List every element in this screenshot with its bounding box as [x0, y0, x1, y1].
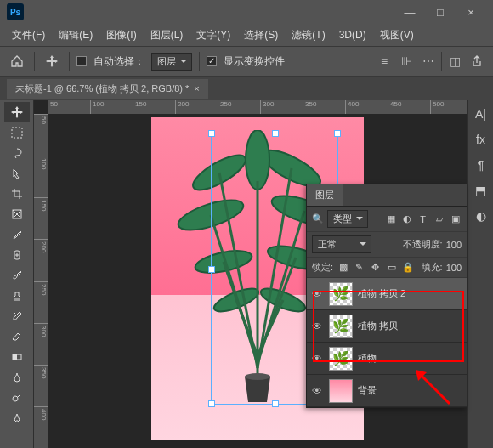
more-icon[interactable]: ⋯ [419, 52, 438, 71]
layer-thumb[interactable]: 🌿 [329, 315, 353, 338]
pen-tool[interactable] [4, 408, 30, 428]
show-transform-label: 显示变换控件 [224, 54, 285, 69]
ruler-vertical[interactable]: 50100150200250300350400 [34, 114, 48, 448]
frame-tool[interactable] [4, 204, 30, 224]
filter-type-select[interactable]: 类型 [327, 210, 368, 228]
separator [34, 52, 35, 71]
visibility-icon[interactable]: 👁 [312, 288, 324, 300]
show-transform-checkbox[interactable] [207, 56, 217, 66]
separator [441, 52, 442, 71]
document-title: 未标题-1 @ 66.7% (植物 拷贝 2, RGB/8) * [15, 82, 189, 95]
minimize-button[interactable]: — [394, 0, 425, 24]
separator [69, 52, 70, 71]
dodge-tool[interactable] [4, 388, 30, 408]
eyedropper-tool[interactable] [4, 224, 30, 245]
lock-paint-icon[interactable]: ✎ [353, 262, 366, 274]
fill-value[interactable]: 100 [446, 263, 462, 273]
layer-name[interactable]: 背景 [358, 384, 377, 397]
filter-smart-icon[interactable]: ▣ [449, 213, 462, 225]
autoselect-checkbox[interactable] [76, 56, 87, 66]
lock-all-icon[interactable]: 🔒 [401, 262, 414, 274]
document-tab[interactable]: 未标题-1 @ 66.7% (植物 拷贝 2, RGB/8) * × [7, 79, 208, 99]
quick-select-tool[interactable] [4, 163, 30, 184]
paragraph-panel-icon[interactable]: ¶ [473, 156, 490, 173]
menu-edit[interactable]: 编辑(E) [54, 26, 98, 45]
svg-rect-0 [12, 128, 22, 138]
close-tab-icon[interactable]: × [194, 83, 199, 94]
toolbox [0, 100, 34, 448]
3d-mode-icon[interactable]: ◫ [445, 52, 464, 71]
history-brush-tool[interactable] [4, 306, 30, 326]
handle-nw[interactable] [208, 130, 215, 137]
eraser-tool[interactable] [4, 326, 30, 347]
visibility-icon[interactable]: 👁 [312, 385, 324, 397]
swatches-panel-icon[interactable]: ⬒ [473, 182, 490, 199]
svg-point-5 [13, 396, 18, 401]
layer-row[interactable]: 👁 🌿 植物 拷贝 [307, 310, 467, 343]
ruler-horizontal[interactable]: 50100150200250300350400450500 [48, 100, 468, 114]
healing-tool[interactable] [4, 245, 30, 265]
filter-type-icon[interactable]: T [416, 213, 429, 225]
menu-file[interactable]: 文件(F) [7, 26, 50, 45]
lock-artboard-icon[interactable]: ▭ [385, 262, 398, 274]
layer-name[interactable]: 植物 [358, 352, 377, 365]
align-icon[interactable]: ≡ [375, 52, 394, 71]
character-panel-icon[interactable]: A| [473, 105, 490, 122]
styles-panel-icon[interactable]: fx [473, 131, 490, 148]
marquee-tool[interactable] [4, 122, 30, 143]
ps-logo: Ps [7, 3, 24, 20]
layer-thumb[interactable] [329, 379, 353, 403]
move-tool-icon[interactable] [42, 51, 62, 71]
layer-row[interactable]: 👁 🌿 植物 [307, 343, 467, 375]
lock-transparency-icon[interactable]: ▩ [337, 262, 349, 274]
right-panel-strip: A| fx ¶ ⬒ ◐ [468, 100, 493, 448]
lasso-tool[interactable] [4, 143, 30, 163]
lock-label: 锁定: [312, 261, 333, 274]
lock-position-icon[interactable]: ✥ [369, 262, 382, 274]
layer-thumb[interactable]: 🌿 [329, 347, 353, 371]
layers-tab[interactable]: 图层 [307, 184, 343, 206]
titlebar: Ps — □ × [0, 0, 493, 24]
share-icon[interactable] [468, 52, 486, 71]
color-panel-icon[interactable]: ◐ [473, 207, 490, 224]
layer-thumb[interactable]: 🌿 [329, 282, 353, 306]
layer-row[interactable]: 👁 背景 [307, 375, 467, 407]
align-icon[interactable]: ⊪ [397, 52, 416, 71]
menu-type[interactable]: 文字(Y) [191, 26, 235, 45]
filter-shape-icon[interactable]: ▱ [433, 213, 445, 225]
move-tool[interactable] [4, 102, 30, 122]
home-icon[interactable] [7, 51, 27, 71]
handle-w[interactable] [208, 266, 215, 273]
close-window-button[interactable]: × [456, 0, 486, 24]
lock-row: 锁定: ▩ ✎ ✥ ▭ 🔒 填充: 100 [307, 258, 467, 278]
search-icon[interactable]: 🔍 [312, 213, 324, 224]
menu-3d[interactable]: 3D(D) [334, 26, 371, 43]
layer-name[interactable]: 植物 拷贝 2 [358, 287, 405, 300]
autoselect-target-select[interactable]: 图层 [151, 53, 192, 71]
layer-row[interactable]: 👁 🌿 植物 拷贝 2 [307, 278, 467, 310]
menu-view[interactable]: 视图(V) [375, 26, 419, 45]
layer-list: 👁 🌿 植物 拷贝 2 👁 🌿 植物 拷贝 👁 🌿 植物 👁 背景 [307, 278, 467, 407]
menu-layer[interactable]: 图层(L) [145, 26, 189, 45]
handle-ne[interactable] [334, 130, 341, 137]
gradient-tool[interactable] [4, 347, 30, 367]
filter-pixel-icon[interactable]: ▦ [384, 213, 397, 225]
handle-s[interactable] [272, 400, 279, 407]
visibility-icon[interactable]: 👁 [312, 353, 324, 365]
opacity-value[interactable]: 100 [446, 240, 462, 250]
layer-name[interactable]: 植物 拷贝 [358, 320, 398, 332]
handle-sw[interactable] [208, 400, 215, 407]
blend-mode-select[interactable]: 正常 [312, 235, 371, 253]
menu-filter[interactable]: 滤镜(T) [286, 26, 330, 45]
stamp-tool[interactable] [4, 286, 30, 306]
crop-tool[interactable] [4, 184, 30, 204]
visibility-icon[interactable]: 👁 [312, 320, 324, 332]
layers-panel[interactable]: 图层 🔍 类型 ▦ ◐ T ▱ ▣ 正常 不透明度: 100 锁定: ▩ ✎ ✥… [306, 184, 468, 408]
filter-adjust-icon[interactable]: ◐ [400, 213, 413, 225]
menu-select[interactable]: 选择(S) [239, 26, 283, 45]
maximize-button[interactable]: □ [425, 0, 456, 24]
handle-n[interactable] [272, 130, 279, 137]
brush-tool[interactable] [4, 265, 30, 286]
blur-tool[interactable] [4, 367, 30, 388]
menu-image[interactable]: 图像(I) [101, 26, 141, 45]
